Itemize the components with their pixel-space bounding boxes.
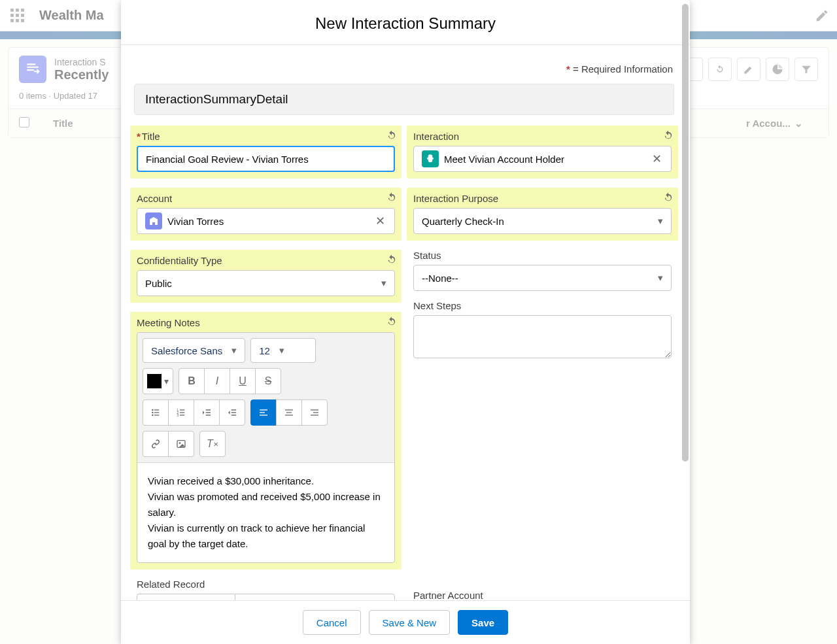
svg-rect-17 [285,415,293,415]
title-input[interactable] [137,146,395,172]
title-label: *Title [137,131,395,142]
account-label: Account [137,193,395,204]
next-steps-label: Next Steps [413,300,672,311]
related-record-type-select[interactable]: Case ▾ [137,594,235,600]
interaction-purpose-select[interactable]: Quarterly Check-In ▾ [413,208,672,234]
undo-icon[interactable] [386,316,398,328]
svg-point-1 [152,412,154,414]
underline-button[interactable]: U [230,368,256,394]
related-record-label: Related Record [137,579,395,590]
cancel-button[interactable]: Cancel [303,610,361,635]
chevron-down-icon: ▾ [658,272,663,284]
svg-rect-4 [154,412,159,413]
clear-interaction-icon[interactable]: ✕ [651,152,663,166]
svg-rect-15 [285,409,293,410]
svg-point-22 [179,442,181,444]
text-color-picker[interactable]: ▾ [143,368,173,394]
partner-account-label: Partner Account [413,590,672,600]
bullet-list-button[interactable] [143,399,169,426]
clear-account-icon[interactable]: ✕ [374,214,386,228]
font-size-select[interactable]: 12▾ [250,338,316,363]
modal-title: New Interaction Summary [121,0,690,45]
undo-icon[interactable] [662,129,674,141]
interaction-icon [422,150,439,167]
new-interaction-summary-modal: New Interaction Summary * = Required Inf… [121,0,690,644]
svg-text:3: 3 [177,413,179,417]
svg-rect-3 [154,409,159,410]
related-record-search[interactable] [235,594,395,600]
strikethrough-button[interactable]: S [255,368,281,394]
chevron-down-icon: ▾ [381,277,386,289]
required-info-legend: * = Required Information [129,45,679,84]
section-header: InteractionSummaryDetail [134,84,674,115]
status-label: Status [413,250,672,261]
undo-icon[interactable] [386,129,398,141]
meeting-notes-content[interactable]: Vivian received a $30,000 inheritance. V… [137,463,394,562]
svg-point-0 [152,409,154,411]
status-select[interactable]: --None-- ▾ [413,265,672,291]
interaction-pill-label: Meet Vivian Account Holder [444,154,651,165]
svg-rect-13 [260,412,265,413]
interaction-purpose-label: Interaction Purpose [413,193,672,204]
confidentiality-label: Confidentiality Type [137,255,395,266]
next-steps-textarea[interactable] [413,315,672,358]
confidentiality-select[interactable]: Public ▾ [137,270,395,296]
svg-rect-9 [180,409,184,410]
interaction-label: Interaction [413,131,672,142]
italic-button[interactable]: I [204,368,230,394]
svg-rect-14 [260,415,267,415]
meeting-notes-editor[interactable]: Salesforce Sans▾ 12▾ ▾ B I U S [137,332,395,563]
svg-rect-5 [154,415,159,415]
chevron-down-icon: ▾ [658,215,663,227]
bold-button[interactable]: B [179,368,205,394]
undo-icon[interactable] [662,192,674,203]
indent-button[interactable] [219,399,245,426]
svg-rect-19 [313,412,318,413]
svg-point-2 [152,415,154,416]
svg-rect-10 [180,412,184,413]
link-button[interactable] [143,431,169,457]
align-right-button[interactable] [301,399,328,426]
svg-rect-18 [311,409,318,410]
align-center-button[interactable] [276,399,302,426]
interaction-lookup[interactable]: Meet Vivian Account Holder ✕ [413,146,672,172]
undo-icon[interactable] [386,192,398,203]
outdent-button[interactable] [194,399,220,426]
svg-rect-11 [180,415,184,415]
account-icon [145,212,162,229]
meeting-notes-label: Meeting Notes [137,317,395,328]
image-button[interactable] [168,431,194,457]
account-pill-label: Vivian Torres [167,216,374,227]
save-and-new-button[interactable]: Save & New [369,610,451,635]
scrollbar[interactable] [682,4,689,462]
align-left-button[interactable] [250,399,277,426]
svg-rect-16 [286,412,292,413]
svg-rect-12 [260,409,267,410]
account-lookup[interactable]: Vivian Torres ✕ [137,208,395,234]
clear-formatting-button[interactable]: T✕ [199,431,226,457]
save-button[interactable]: Save [458,610,508,635]
undo-icon[interactable] [386,254,398,265]
svg-rect-20 [311,415,318,415]
font-family-select[interactable]: Salesforce Sans▾ [143,338,245,363]
numbered-list-button[interactable]: 123 [168,399,194,426]
